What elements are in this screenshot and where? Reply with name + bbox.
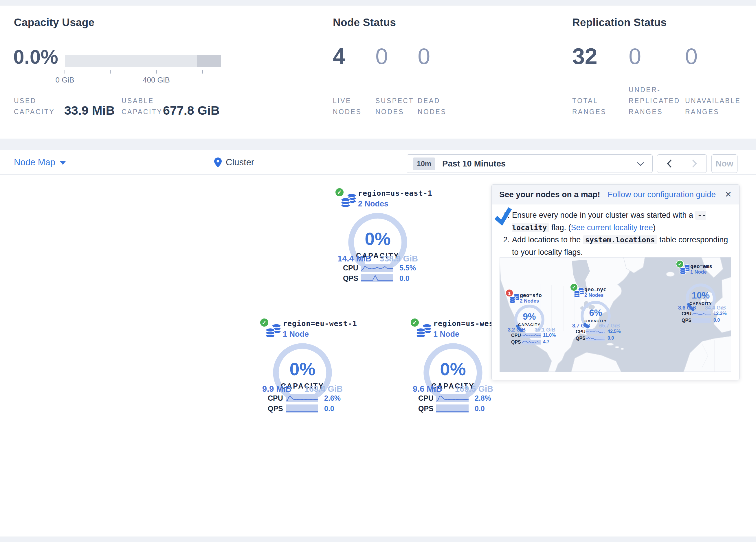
- time-range-dropdown[interactable]: 10m Past 10 Minutes: [407, 154, 653, 173]
- node-map-setup-popup: See your nodes on a map! Follow our conf…: [491, 184, 740, 380]
- view-toolbar: Node Map Cluster 10m Past 10 Minutes: [0, 150, 756, 174]
- healthy-check-icon: ✓: [572, 285, 576, 290]
- popup-instructions: 1. Ensure every node in your cluster was…: [500, 209, 731, 258]
- capacity-values: 3.2 GiB 35.1 GiB: [508, 327, 555, 333]
- breadcrumb[interactable]: Cluster: [214, 150, 254, 174]
- cpu-row: CPU 2.8%: [405, 394, 501, 403]
- qps-sparkline: [286, 405, 318, 413]
- capacity-values: 3.7 GiB 65.7 GiB: [572, 323, 620, 329]
- healthy-check-icon: ✓: [678, 261, 682, 267]
- under-replicated-count: 0: [629, 43, 641, 69]
- gauge-percent: 6%: [580, 308, 611, 318]
- live-nodes-count: 4: [333, 43, 345, 69]
- time-range-label: Past 10 Minutes: [442, 159, 506, 168]
- time-forward-button[interactable]: [682, 155, 707, 172]
- cluster-overview-page: Capacity Usage 0.0% 0 GiB 400 GiB USED C…: [0, 0, 756, 542]
- qps-value: 0.0: [324, 405, 334, 413]
- qps-row: QPS 0.0: [255, 405, 350, 413]
- qps-value: 0.0: [475, 405, 485, 413]
- gauge-percent: 0%: [422, 359, 484, 379]
- gauge-percent: 9%: [514, 312, 545, 322]
- usable-capacity-value: 677.8 GiB: [163, 103, 220, 117]
- node-count: 1 Node: [690, 269, 707, 275]
- qps-row: QPS 0.0: [405, 405, 501, 413]
- time-back-button[interactable]: [657, 155, 682, 172]
- live-nodes-label: LIVE NODES: [333, 83, 362, 117]
- node-name: region=eu-west-1: [283, 319, 357, 328]
- cpu-sparkline: [586, 329, 605, 334]
- view-selector-dropdown[interactable]: Node Map: [14, 150, 66, 174]
- cpu-value: 2.6%: [324, 394, 341, 403]
- qps-sparkline: [436, 405, 469, 413]
- qps-row: QPS 0.0: [330, 274, 425, 283]
- dead-nodes-label: DEAD NODES: [418, 83, 446, 117]
- used-capacity-value: 33.9 MiB: [64, 103, 115, 117]
- gauge-caption: CAPACITY: [580, 319, 611, 323]
- total-ranges-label: TOTAL RANGES: [572, 83, 606, 117]
- system-locations-code: system.locations: [583, 235, 657, 244]
- node-status-title: Node Status: [333, 16, 396, 29]
- gauge-percent: 0%: [347, 228, 408, 249]
- chevron-right-icon: [692, 159, 697, 168]
- axis-tick: [65, 70, 65, 73]
- used-value: 9.9 MiB: [262, 384, 292, 394]
- close-icon[interactable]: ✕: [725, 190, 732, 199]
- capacity-values: 3.6 GiB 34.4 GiB: [678, 305, 726, 311]
- example-node-map: 1 geo=sfo 2 Nodes 9% CAPACITY 3.2 GiB 35…: [500, 257, 731, 372]
- axis-tick: [156, 70, 157, 73]
- toolbar-divider: [396, 150, 396, 174]
- total-ranges-count: 32: [572, 43, 597, 69]
- healthy-badge: ✓: [570, 283, 578, 291]
- node-name: geo=nyc: [584, 287, 606, 293]
- step-2: 2. Add locations to the system.locations…: [500, 234, 731, 258]
- dead-nodes-count: 0: [418, 43, 430, 69]
- capacity-bar: [65, 55, 221, 67]
- qps-label: QPS: [418, 405, 434, 413]
- node-group-us-east-1[interactable]: ✓ region=us-east-1 2 Nodes 0% CAPACITY 1…: [330, 187, 425, 288]
- locality-tree-link[interactable]: See current locality tree: [571, 223, 653, 232]
- qps-sparkline: [522, 340, 541, 345]
- max-value: 338.9 GiB: [380, 254, 418, 263]
- page-gap-strip: [0, 139, 756, 150]
- capacity-values: 9.9 MiB 169.4 GiB: [262, 384, 343, 394]
- healthy-check-icon: ✓: [337, 189, 342, 196]
- healthy-badge: ✓: [676, 260, 684, 268]
- qps-label: QPS: [343, 274, 358, 283]
- node-group-eu-west-1[interactable]: ✓ region=eu-west-1 1 Node 0% CAPACITY 9.…: [255, 317, 350, 418]
- cpu-value: 2.8%: [475, 394, 491, 403]
- capacity-usage-title: Capacity Usage: [14, 16, 94, 29]
- used-value: 14.4 MiB: [337, 254, 372, 263]
- cpu-label: CPU: [418, 394, 434, 403]
- node-name: geo=ams: [690, 263, 712, 269]
- view-selector-label: Node Map: [14, 157, 55, 168]
- error-badge: 1: [505, 289, 513, 297]
- qps-sparkline: [692, 318, 711, 323]
- suspect-nodes-count: 0: [375, 43, 388, 69]
- node-group-us-west-1[interactable]: ✓ region=us-west-1 1 Node 0% CAPACITY 9.…: [405, 317, 501, 418]
- cpu-sparkline: [692, 311, 711, 316]
- qps-value: 0.0: [399, 274, 410, 283]
- cpu-row: CPU 2.6%: [255, 394, 350, 403]
- capacity-percent: 0.0%: [13, 45, 58, 68]
- cpu-sparkline: [361, 264, 393, 272]
- max-value: 169.5 GiB: [455, 384, 493, 394]
- node-name: region=us-east-1: [358, 189, 432, 197]
- page-top-strip: [0, 0, 756, 5]
- unavailable-count: 0: [685, 43, 698, 69]
- under-replicated-label: UNDER- REPLICATED RANGES: [629, 72, 680, 117]
- time-range-chip: 10m: [413, 157, 435, 170]
- healthy-badge: ✓: [259, 318, 269, 328]
- map-pin-icon: [214, 157, 222, 167]
- capacity-values: 14.4 MiB 338.9 GiB: [337, 254, 418, 263]
- qps-sparkline: [361, 274, 393, 282]
- cpu-sparkline: [286, 394, 318, 402]
- configuration-guide-link[interactable]: Follow our configuration guide: [608, 190, 716, 199]
- cpu-sparkline: [522, 333, 541, 338]
- healthy-check-icon: ✓: [262, 319, 267, 326]
- now-button[interactable]: Now: [711, 154, 737, 173]
- chevron-down-icon: [60, 161, 66, 165]
- healthy-badge: ✓: [335, 187, 344, 197]
- usable-capacity-label: USABLE CAPACITY: [122, 83, 162, 117]
- breadcrumb-label: Cluster: [226, 157, 254, 168]
- node-count: 2 Nodes: [520, 298, 539, 304]
